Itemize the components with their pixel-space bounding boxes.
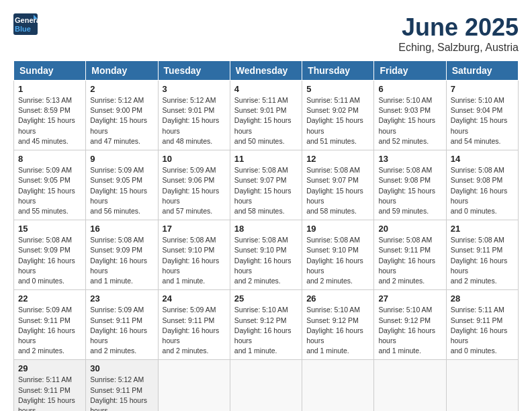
- logo: General Blue: [13, 13, 40, 38]
- day-number: 28: [451, 293, 514, 304]
- day-info: Sunrise: 5:08 AMSunset: 9:09 PMDaylight:…: [90, 235, 153, 286]
- day-number: 22: [18, 293, 81, 304]
- calendar-empty-cell: [374, 360, 446, 411]
- day-info: Sunrise: 5:08 AMSunset: 9:08 PMDaylight:…: [378, 165, 441, 216]
- calendar-day-18: 18 Sunrise: 5:08 AMSunset: 9:10 PMDaylig…: [230, 220, 302, 290]
- day-info: Sunrise: 5:12 AMSunset: 9:11 PMDaylight:…: [90, 375, 153, 411]
- calendar-day-19: 19 Sunrise: 5:08 AMSunset: 9:10 PMDaylig…: [302, 220, 374, 290]
- day-number: 12: [306, 154, 369, 164]
- header-monday: Monday: [86, 61, 158, 81]
- calendar-week-row: 29 Sunrise: 5:11 AMSunset: 9:11 PMDaylig…: [14, 360, 519, 411]
- day-info: Sunrise: 5:11 AMSunset: 9:11 PMDaylight:…: [451, 305, 514, 356]
- day-number: 19: [306, 224, 369, 234]
- day-number: 16: [90, 224, 153, 234]
- day-info: Sunrise: 5:08 AMSunset: 9:11 PMDaylight:…: [378, 235, 441, 286]
- header-wednesday: Wednesday: [230, 61, 302, 81]
- day-number: 1: [18, 84, 81, 94]
- calendar-day-24: 24 Sunrise: 5:09 AMSunset: 9:11 PMDaylig…: [158, 290, 230, 360]
- day-number: 24: [163, 293, 226, 304]
- day-info: Sunrise: 5:11 AMSunset: 9:02 PMDaylight:…: [306, 95, 369, 146]
- day-info: Sunrise: 5:09 AMSunset: 9:05 PMDaylight:…: [18, 165, 81, 216]
- location-title: Eching, Salzburg, Austria: [398, 42, 519, 54]
- calendar-day-11: 11 Sunrise: 5:08 AMSunset: 9:07 PMDaylig…: [230, 150, 302, 220]
- day-number: 25: [234, 293, 298, 304]
- calendar-week-row: 15 Sunrise: 5:08 AMSunset: 9:09 PMDaylig…: [14, 220, 519, 290]
- calendar-empty-cell: [446, 360, 518, 411]
- day-info: Sunrise: 5:10 AMSunset: 9:04 PMDaylight:…: [451, 95, 514, 146]
- day-info: Sunrise: 5:12 AMSunset: 9:01 PMDaylight:…: [163, 95, 226, 146]
- day-info: Sunrise: 5:08 AMSunset: 9:07 PMDaylight:…: [306, 165, 369, 216]
- day-number: 5: [306, 84, 369, 94]
- calendar-day-25: 25 Sunrise: 5:10 AMSunset: 9:12 PMDaylig…: [230, 290, 302, 360]
- header-sunday: Sunday: [14, 61, 86, 81]
- calendar-week-row: 22 Sunrise: 5:09 AMSunset: 9:11 PMDaylig…: [14, 290, 519, 360]
- day-info: Sunrise: 5:08 AMSunset: 9:10 PMDaylight:…: [306, 235, 369, 286]
- calendar-day-12: 12 Sunrise: 5:08 AMSunset: 9:07 PMDaylig…: [302, 150, 374, 220]
- day-info: Sunrise: 5:09 AMSunset: 9:11 PMDaylight:…: [163, 305, 226, 356]
- day-info: Sunrise: 5:10 AMSunset: 9:03 PMDaylight:…: [378, 95, 441, 146]
- day-info: Sunrise: 5:09 AMSunset: 9:05 PMDaylight:…: [90, 165, 153, 216]
- day-number: 17: [163, 224, 226, 234]
- day-number: 10: [163, 154, 226, 164]
- day-info: Sunrise: 5:09 AMSunset: 9:11 PMDaylight:…: [90, 305, 153, 356]
- calendar-empty-cell: [158, 360, 230, 411]
- day-info: Sunrise: 5:08 AMSunset: 9:10 PMDaylight:…: [163, 235, 226, 286]
- calendar-day-16: 16 Sunrise: 5:08 AMSunset: 9:09 PMDaylig…: [86, 220, 158, 290]
- day-info: Sunrise: 5:10 AMSunset: 9:12 PMDaylight:…: [378, 305, 441, 356]
- day-number: 14: [451, 154, 514, 164]
- day-number: 11: [234, 154, 298, 164]
- calendar-empty-cell: [230, 360, 302, 411]
- calendar-day-29: 29 Sunrise: 5:11 AMSunset: 9:11 PMDaylig…: [14, 360, 86, 411]
- day-info: Sunrise: 5:10 AMSunset: 9:12 PMDaylight:…: [306, 305, 369, 356]
- title-area: June 2025 Eching, Salzburg, Austria: [398, 13, 519, 54]
- day-info: Sunrise: 5:09 AMSunset: 9:11 PMDaylight:…: [18, 305, 81, 356]
- calendar-day-30: 30 Sunrise: 5:12 AMSunset: 9:11 PMDaylig…: [86, 360, 158, 411]
- day-info: Sunrise: 5:10 AMSunset: 9:12 PMDaylight:…: [234, 305, 298, 356]
- calendar-day-13: 13 Sunrise: 5:08 AMSunset: 9:08 PMDaylig…: [374, 150, 446, 220]
- day-info: Sunrise: 5:09 AMSunset: 9:06 PMDaylight:…: [163, 165, 226, 216]
- day-number: 8: [18, 154, 81, 164]
- page-header: General Blue June 2025 Eching, Salzburg,…: [13, 13, 519, 54]
- calendar-day-3: 3 Sunrise: 5:12 AMSunset: 9:01 PMDayligh…: [158, 81, 230, 150]
- calendar-day-20: 20 Sunrise: 5:08 AMSunset: 9:11 PMDaylig…: [374, 220, 446, 290]
- day-number: 20: [378, 224, 441, 234]
- day-info: Sunrise: 5:13 AMSunset: 8:59 PMDaylight:…: [18, 95, 81, 146]
- day-info: Sunrise: 5:08 AMSunset: 9:10 PMDaylight:…: [234, 235, 298, 286]
- day-number: 6: [378, 84, 441, 94]
- calendar-day-8: 8 Sunrise: 5:09 AMSunset: 9:05 PMDayligh…: [14, 150, 86, 220]
- day-number: 15: [18, 224, 81, 234]
- day-info: Sunrise: 5:08 AMSunset: 9:11 PMDaylight:…: [451, 235, 514, 286]
- calendar-header-row: SundayMondayTuesdayWednesdayThursdayFrid…: [14, 61, 519, 81]
- calendar-day-26: 26 Sunrise: 5:10 AMSunset: 9:12 PMDaylig…: [302, 290, 374, 360]
- day-number: 18: [234, 224, 298, 234]
- day-number: 21: [451, 224, 514, 234]
- calendar-day-5: 5 Sunrise: 5:11 AMSunset: 9:02 PMDayligh…: [302, 81, 374, 150]
- calendar-day-22: 22 Sunrise: 5:09 AMSunset: 9:11 PMDaylig…: [14, 290, 86, 360]
- day-info: Sunrise: 5:11 AMSunset: 9:11 PMDaylight:…: [18, 375, 81, 411]
- day-number: 23: [90, 293, 153, 304]
- calendar-day-23: 23 Sunrise: 5:09 AMSunset: 9:11 PMDaylig…: [86, 290, 158, 360]
- day-number: 2: [90, 84, 153, 94]
- calendar-day-7: 7 Sunrise: 5:10 AMSunset: 9:04 PMDayligh…: [446, 81, 518, 150]
- day-number: 4: [234, 84, 298, 94]
- day-number: 26: [306, 293, 369, 304]
- day-number: 3: [163, 84, 226, 94]
- day-number: 27: [378, 293, 441, 304]
- header-tuesday: Tuesday: [158, 61, 230, 81]
- day-info: Sunrise: 5:08 AMSunset: 9:09 PMDaylight:…: [18, 235, 81, 286]
- header-friday: Friday: [374, 61, 446, 81]
- svg-text:Blue: Blue: [15, 25, 31, 33]
- day-number: 9: [90, 154, 153, 164]
- calendar-empty-cell: [302, 360, 374, 411]
- calendar-day-28: 28 Sunrise: 5:11 AMSunset: 9:11 PMDaylig…: [446, 290, 518, 360]
- calendar-day-21: 21 Sunrise: 5:08 AMSunset: 9:11 PMDaylig…: [446, 220, 518, 290]
- calendar-day-2: 2 Sunrise: 5:12 AMSunset: 9:00 PMDayligh…: [86, 81, 158, 150]
- calendar-day-17: 17 Sunrise: 5:08 AMSunset: 9:10 PMDaylig…: [158, 220, 230, 290]
- calendar-day-6: 6 Sunrise: 5:10 AMSunset: 9:03 PMDayligh…: [374, 81, 446, 150]
- calendar-table: SundayMondayTuesdayWednesdayThursdayFrid…: [13, 60, 519, 411]
- day-info: Sunrise: 5:08 AMSunset: 9:08 PMDaylight:…: [451, 165, 514, 216]
- header-thursday: Thursday: [302, 61, 374, 81]
- month-title: June 2025: [398, 13, 519, 42]
- calendar-day-4: 4 Sunrise: 5:11 AMSunset: 9:01 PMDayligh…: [230, 81, 302, 150]
- calendar-day-10: 10 Sunrise: 5:09 AMSunset: 9:06 PMDaylig…: [158, 150, 230, 220]
